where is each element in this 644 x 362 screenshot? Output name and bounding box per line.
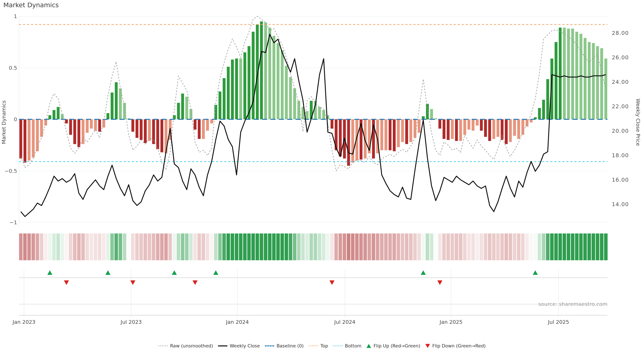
dynamics-bar	[276, 43, 280, 119]
heatmap-cell	[185, 233, 188, 260]
heatmap-cell	[509, 233, 512, 260]
dynamics-bar	[198, 119, 200, 139]
legend-label: Baseline (0)	[276, 343, 304, 349]
heatmap-cell	[293, 233, 296, 260]
heatmap-cell	[243, 233, 246, 260]
heatmap-cell	[160, 233, 164, 260]
heatmap-cell	[334, 233, 338, 260]
right-axis-tick: 26.00	[612, 54, 629, 61]
dynamics-bar	[227, 67, 230, 119]
dynamics-bar	[131, 119, 134, 132]
line-sample-icon	[333, 346, 342, 346]
x-axis-tick: Jul 2024	[334, 319, 355, 325]
heatmap-cell	[189, 233, 193, 260]
dynamics-bar	[322, 110, 325, 119]
heatmap-cell	[583, 233, 587, 260]
legend-item-raw-unsmoothed: Raw (unsmoothed)	[158, 343, 213, 349]
dynamics-bar	[202, 119, 205, 139]
heatmap-cell	[376, 233, 379, 260]
dynamics-bar	[459, 119, 462, 141]
x-axis-tick: Jan 2024	[226, 319, 249, 325]
heatmap-cell	[438, 233, 442, 260]
heatmap-cell	[405, 233, 408, 260]
dynamics-bar	[181, 93, 184, 119]
dynamics-bar	[401, 119, 404, 142]
tri-up-icon	[366, 344, 371, 348]
heatmap-cell	[351, 233, 354, 260]
heatmap-cell	[604, 233, 608, 260]
dynamics-bar	[144, 119, 147, 143]
heatmap-cell	[148, 233, 151, 260]
dynamics-bar	[438, 119, 441, 129]
dynamics-bar	[156, 119, 159, 149]
heatmap-cell	[297, 233, 300, 260]
heatmap-cell	[463, 233, 466, 260]
dynamics-bar	[136, 119, 138, 138]
flip-up-marker	[533, 270, 538, 275]
heatmap-cell	[90, 233, 93, 260]
right-axis-tick: 14.00	[612, 201, 629, 207]
heatmap-cell	[504, 233, 508, 260]
heatmap-cell	[289, 233, 292, 260]
dynamics-bar	[52, 110, 55, 119]
dynamics-bar	[546, 79, 549, 119]
dynamics-bar	[123, 103, 126, 119]
dynamics-bar	[98, 119, 101, 132]
heatmap-cell	[301, 233, 305, 260]
flip-up-marker	[47, 270, 52, 275]
legend-label: Top	[320, 343, 328, 349]
heatmap-cell	[198, 233, 201, 260]
dynamics-bar	[106, 113, 109, 119]
heatmap-cell	[418, 233, 421, 260]
heatmap-cell	[222, 233, 226, 260]
dynamics-bar	[318, 107, 321, 119]
flip-up-marker	[106, 270, 110, 275]
heatmap-cell	[247, 233, 251, 260]
dynamics-bar	[426, 104, 429, 119]
dynamics-bar	[496, 119, 500, 137]
dynamics-bar	[73, 119, 76, 144]
dynamics-bar	[32, 119, 35, 158]
dynamics-bar	[384, 119, 388, 150]
dynamics-bar	[223, 78, 226, 119]
heatmap-cell	[384, 233, 388, 260]
dynamics-bar	[488, 119, 491, 141]
heatmap-cell	[256, 233, 259, 260]
left-axis-tick: 0	[14, 116, 17, 122]
dynamics-bar	[351, 119, 354, 163]
flip-down-marker	[64, 280, 69, 285]
flip-down-marker	[330, 280, 334, 285]
dynamics-bar	[231, 59, 234, 119]
right-axis-tick: 16.00	[612, 177, 629, 183]
heatmap-cell	[252, 233, 255, 260]
dynamics-bar	[405, 119, 408, 144]
heatmap-cell	[330, 233, 334, 260]
flip-up-marker	[421, 270, 426, 275]
dynamics-bar	[380, 119, 383, 150]
heatmap-cell	[268, 233, 272, 260]
dynamics-bar	[542, 100, 545, 119]
dynamics-bar	[20, 119, 22, 159]
dynamics-bar	[410, 119, 412, 142]
heatmap-cell	[127, 233, 130, 260]
heatmap-cell	[56, 233, 60, 260]
dynamics-bar	[48, 115, 51, 119]
dynamics-bar	[177, 103, 180, 119]
heatmap-cell	[554, 233, 558, 260]
legend-label: Bottom	[345, 343, 362, 349]
dynamics-bar	[243, 52, 246, 119]
dynamics-bar	[69, 119, 72, 135]
heatmap-cell	[368, 233, 371, 260]
dynamics-bar	[268, 28, 271, 119]
heatmap-cell	[343, 233, 346, 260]
dynamics-bar	[442, 119, 446, 139]
heatmap-cell	[36, 233, 39, 260]
heatmap-cell	[48, 233, 52, 260]
dynamics-bar	[281, 50, 284, 119]
dynamics-bar	[604, 58, 607, 119]
dynamics-bar	[61, 114, 64, 119]
dynamics-bar	[306, 111, 308, 119]
heatmap-cell	[542, 233, 546, 260]
heatmap-cell	[27, 233, 31, 260]
heatmap-cell	[388, 233, 392, 260]
